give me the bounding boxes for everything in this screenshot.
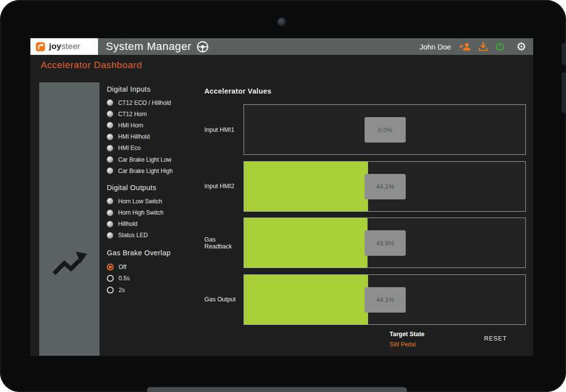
digital-input-row: CT12 ECO / Hillhold	[107, 97, 202, 108]
radio-option-off[interactable]: Off	[107, 261, 202, 273]
screen: joysteer System Manager John Doe	[30, 38, 533, 356]
digital-output-row: Horn Low Switch	[107, 196, 202, 207]
digital-output-row: Horn High Switch	[107, 207, 202, 219]
led-indicator-icon	[107, 111, 113, 117]
user-name[interactable]: John Doe	[419, 43, 451, 51]
page-title: Accelerator Dashboard	[41, 60, 142, 71]
gear-icon[interactable]: ⚙	[516, 41, 526, 52]
bar-fill	[244, 162, 368, 211]
digital-output-label: Horn Low Switch	[118, 198, 162, 205]
value-bar: 44.1%	[244, 274, 526, 325]
digital-input-label: CT12 ECO / Hillhold	[118, 99, 171, 106]
digital-output-row: Hillhold	[107, 219, 202, 230]
led-indicator-icon	[107, 221, 113, 227]
radio-icon[interactable]	[107, 287, 114, 294]
digital-inputs-list: CT12 ECO / Hillhold CT12 Horn HMI Horn H…	[107, 97, 202, 176]
radio-label: 2s	[119, 287, 125, 294]
accelerator-values-heading: Accelerator Values	[204, 87, 526, 95]
value-bar: 0.0%	[244, 104, 526, 155]
digital-input-label: Car Brake Light Low	[118, 156, 172, 163]
side-button-bottom	[562, 73, 566, 113]
radio-option-2s[interactable]: 2s	[107, 284, 202, 296]
value-badge: 44.1%	[365, 174, 406, 199]
app-bar: joysteer System Manager John Doe	[30, 38, 533, 55]
digital-output-label: Hillhold	[118, 220, 137, 227]
joysteer-logo: joysteer	[30, 38, 98, 55]
download-icon[interactable]	[479, 42, 488, 51]
target-state-value: SW Pedal	[390, 341, 424, 348]
target-state-label: Target State	[390, 331, 424, 338]
digital-output-row: Status LED	[107, 230, 202, 241]
value-badge: 43.9%	[365, 230, 406, 256]
joysteer-wordmark: joysteer	[49, 42, 80, 51]
digital-inputs-heading: Digital Inputs	[107, 85, 202, 93]
digital-input-row: HMI Hillhold	[107, 131, 202, 143]
digital-input-label: Car Brake Light High	[118, 168, 172, 174]
gas-brake-overlap-options: Off 0.5s 2s	[107, 261, 202, 296]
digital-section: Digital Inputs CT12 ECO / Hillhold CT12 …	[107, 85, 202, 296]
person-add-icon[interactable]	[460, 42, 471, 51]
led-indicator-icon	[107, 232, 113, 239]
digital-input-label: CT12 Horn	[118, 111, 147, 118]
digital-outputs-list: Horn Low Switch Horn High Switch Hillhol…	[107, 196, 202, 241]
bar-label: Input HMI1	[204, 126, 244, 133]
led-indicator-icon	[107, 156, 113, 163]
led-indicator-icon	[107, 122, 113, 128]
value-badge: 0.0%	[365, 117, 406, 143]
digital-input-row: Car Brake Light High	[107, 165, 202, 176]
led-indicator-icon	[107, 134, 113, 140]
bar-label: Gas Output	[204, 296, 244, 303]
bar-fill	[244, 218, 368, 268]
radio-label: 0.5s	[119, 275, 130, 282]
digital-input-row: CT12 Horn	[107, 108, 202, 120]
accelerator-values-section: Accelerator Values Input HMI1 0.0% Input…	[204, 87, 526, 331]
value-bar-row: Input HMI2 44.1%	[204, 161, 526, 212]
digital-output-label: Status LED	[118, 232, 148, 239]
camera-icon	[277, 18, 286, 26]
bar-fill	[244, 275, 368, 324]
steering-wheel-icon	[197, 41, 209, 53]
side-button-top	[562, 43, 566, 65]
value-badge: 44.1%	[365, 287, 406, 313]
value-bar-row: Input HMI1 0.0%	[204, 104, 526, 155]
digital-outputs-heading: Digital Outputs	[107, 184, 202, 192]
value-bar: 43.9%	[244, 218, 526, 268]
target-state: Target State SW Pedal	[390, 331, 424, 348]
radio-label: Off	[119, 264, 126, 270]
bar-label: Input HMI2	[204, 183, 244, 190]
radio-icon[interactable]	[107, 275, 114, 282]
bottom-grip	[147, 387, 407, 392]
digital-input-row: HMI Eco	[107, 143, 202, 154]
trending-up-icon[interactable]	[51, 249, 88, 280]
led-indicator-icon	[107, 168, 113, 174]
sidebar	[39, 82, 99, 356]
digital-input-label: HMI Hillhold	[118, 133, 150, 140]
app-title: System Manager	[106, 40, 192, 53]
digital-input-row: Car Brake Light Low	[107, 154, 202, 165]
bar-label: Gas Readback	[204, 236, 244, 250]
radio-option-05s[interactable]: 0.5s	[107, 273, 202, 285]
radio-icon[interactable]	[107, 264, 114, 270]
digital-input-row: HMI Horn	[107, 120, 202, 131]
led-indicator-icon	[107, 198, 113, 204]
digital-output-label: Horn High Switch	[118, 209, 164, 216]
value-bar: 44.1%	[244, 161, 526, 212]
digital-input-label: HMI Eco	[118, 145, 141, 151]
value-bar-row: Gas Output 44.1%	[204, 274, 526, 325]
power-icon[interactable]	[495, 42, 505, 51]
reset-button[interactable]: RESET	[478, 335, 513, 342]
led-indicator-icon	[107, 210, 113, 216]
led-indicator-icon	[107, 145, 113, 151]
tablet-frame: joysteer System Manager John Doe	[0, 0, 566, 392]
led-indicator-icon	[107, 99, 113, 106]
digital-input-label: HMI Horn	[118, 122, 143, 129]
joysteer-logo-icon	[35, 42, 46, 52]
gas-brake-overlap-heading: Gas Brake Overlap	[107, 249, 202, 257]
value-bar-row: Gas Readback 43.9%	[204, 218, 526, 268]
